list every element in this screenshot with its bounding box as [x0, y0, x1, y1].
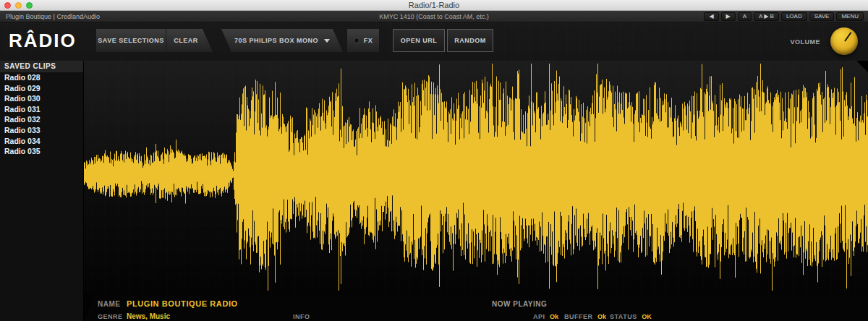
buffer-value: Ok [597, 313, 606, 320]
host-preset-ab-button[interactable]: A ▶ B [754, 12, 779, 21]
waveform-canvas[interactable] [84, 61, 868, 295]
plugin-body: RÂDIO SAVE SELECTIONS CLEAR 70S PHILIPS … [0, 22, 868, 321]
macos-titlebar: Radio/1-Radio [0, 0, 868, 11]
app-window: Radio/1-Radio Plugin Boutique | Credland… [0, 0, 868, 321]
clear-button[interactable]: CLEAR [166, 29, 213, 52]
saved-clip-item[interactable]: Radio 034 [0, 136, 83, 147]
random-button[interactable]: RANDOM [447, 29, 493, 52]
name-label: NAME [98, 300, 120, 308]
saved-clips-sidebar: SAVED CLIPS Radio 028 Radio 029 Radio 03… [0, 61, 84, 321]
saved-clip-item[interactable]: Radio 030 [0, 93, 83, 104]
status-label: STATUS [610, 313, 637, 320]
saved-clip-item[interactable]: Radio 028 [0, 72, 83, 83]
host-forward-button[interactable]: ▶ [721, 12, 736, 21]
host-toolbar: Plugin Boutique | CredlandAudio KMYC 141… [0, 11, 868, 22]
host-preset-a-button[interactable]: A [738, 12, 752, 21]
api-value: Ok [550, 313, 558, 320]
corner-fold-icon [856, 61, 868, 72]
saved-clip-item[interactable]: Radio 035 [0, 146, 83, 157]
host-menu-button[interactable]: MENU [836, 12, 864, 21]
host-back-button[interactable]: ◀ [704, 12, 718, 21]
api-label: API [533, 313, 545, 320]
buffer-status: BUFFER Ok [564, 313, 606, 320]
waveform-area [84, 61, 868, 295]
preset-dropdown[interactable]: 70S PHILIPS BOX MONO [221, 29, 343, 52]
genre-value: News, Music [127, 312, 170, 320]
name-value: PLUGIN BOUTIQUE RADIO [127, 299, 238, 308]
saved-clip-item[interactable]: Radio 029 [0, 83, 83, 94]
host-save-button[interactable]: SAVE [809, 12, 835, 21]
saved-clips-header: SAVED CLIPS [0, 61, 83, 72]
host-button-group: ◀ ▶ A A ▶ B LOAD SAVE MENU [704, 12, 864, 21]
plugin-header: RÂDIO SAVE SELECTIONS CLEAR 70S PHILIPS … [0, 22, 868, 61]
api-status: API Ok [533, 313, 558, 320]
save-selections-button[interactable]: SAVE SELECTIONS [96, 29, 166, 52]
fx-label: FX [364, 37, 373, 44]
now-playing-label: NOW PLAYING [492, 300, 547, 308]
preset-dropdown-label: 70S PHILIPS BOX MONO [234, 37, 318, 44]
genre-label: GENRE [98, 313, 123, 320]
open-url-button[interactable]: OPEN URL [393, 29, 445, 52]
saved-clip-item[interactable]: Radio 031 [0, 104, 83, 115]
radio-logo: RÂDIO [9, 30, 77, 52]
buffer-label: BUFFER [564, 313, 593, 320]
host-load-button[interactable]: LOAD [781, 12, 807, 21]
info-label: INFO [293, 313, 310, 320]
volume-label: VOLUME [790, 38, 820, 46]
fx-toggle-button[interactable]: FX [347, 29, 379, 52]
status-status: STATUS OK [610, 313, 652, 320]
status-value: OK [642, 313, 652, 320]
saved-clip-item[interactable]: Radio 032 [0, 114, 83, 125]
volume-knob[interactable] [830, 27, 858, 55]
knob-pointer-icon [844, 32, 851, 41]
info-bar: NAME PLUGIN BOUTIQUE RADIO NOW PLAYING G… [84, 295, 868, 321]
window-title: Radio/1-Radio [0, 1, 868, 9]
chevron-down-icon [324, 39, 330, 43]
saved-clip-item[interactable]: Radio 033 [0, 125, 83, 136]
fx-led-icon [354, 38, 359, 43]
